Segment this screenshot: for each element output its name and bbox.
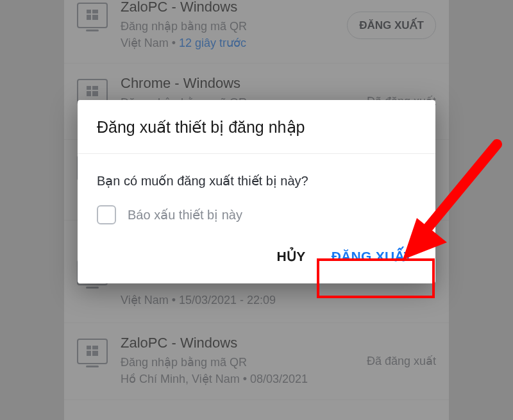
- dialog-actions: HỦY ĐĂNG XUẤT: [78, 231, 435, 283]
- dialog-body: Bạn có muốn đăng xuất thiết bị này? Báo …: [78, 154, 435, 231]
- dialog-message: Bạn có muốn đăng xuất thiết bị này?: [97, 173, 416, 189]
- dialog-title: Đăng xuất thiết bị đăng nhập: [78, 100, 435, 154]
- confirm-logout-button[interactable]: ĐĂNG XUẤT: [332, 249, 412, 264]
- report-device-label: Báo xấu thiết bị này: [128, 207, 242, 223]
- cancel-button[interactable]: HỦY: [277, 249, 306, 264]
- logout-confirm-dialog: Đăng xuất thiết bị đăng nhập Bạn có muốn…: [78, 100, 435, 283]
- report-device-row[interactable]: Báo xấu thiết bị này: [97, 205, 416, 224]
- report-device-checkbox[interactable]: [97, 205, 116, 224]
